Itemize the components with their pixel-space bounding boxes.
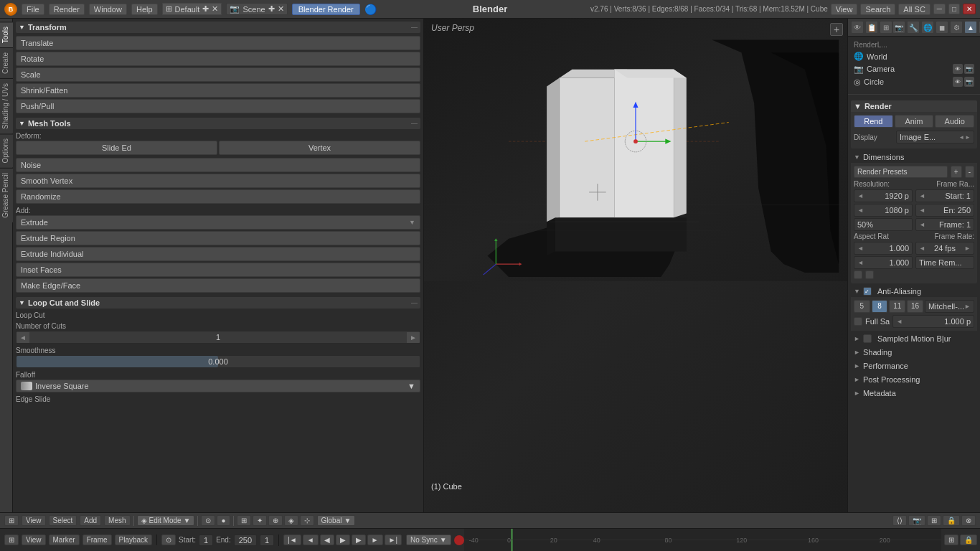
timeline-playback-btn[interactable]: Playback: [115, 534, 153, 545]
all-btn[interactable]: All SC: [898, 4, 930, 15]
render-presets-minus[interactable]: -: [965, 166, 974, 178]
randomize-btn[interactable]: Randomize: [16, 189, 420, 204]
shade-solid[interactable]: ●: [217, 515, 230, 526]
res-pct-field[interactable]: 50%: [854, 218, 913, 231]
extra-btn3[interactable]: ⊞: [927, 515, 941, 526]
post-processing-header[interactable]: ► Post Processing: [851, 374, 977, 385]
close-btn[interactable]: ✕: [963, 4, 976, 14]
options-tab[interactable]: Options: [0, 133, 13, 167]
view-menu-btn[interactable]: View: [22, 515, 46, 526]
prop-icon-outliner[interactable]: 📋: [865, 21, 878, 34]
prop-icon-render[interactable]: 🔧: [907, 21, 920, 34]
transform-header[interactable]: ▼ Transform —: [16, 22, 420, 33]
extrude-region-btn[interactable]: Extrude Region: [16, 231, 420, 245]
square-cb2[interactable]: [865, 270, 874, 279]
aspect-x-field[interactable]: ◄ 1.000: [854, 242, 913, 255]
tree-item-world[interactable]: 🌐 World: [851, 50, 977, 62]
translate-btn[interactable]: Translate: [16, 36, 420, 50]
scale-btn[interactable]: Scale: [16, 67, 420, 82]
aspect-y-field[interactable]: ◄ 1.000: [854, 256, 913, 269]
render-tab-rend[interactable]: Rend: [854, 115, 893, 128]
prop-icon-layout[interactable]: ⊞: [880, 21, 892, 34]
falloff-selector[interactable]: Inverse Square ▼: [16, 380, 420, 392]
prop-icon-mesh[interactable]: ▲: [964, 21, 977, 34]
full-sa-cb[interactable]: [854, 317, 862, 326]
extra-btn4[interactable]: 🔒: [943, 515, 960, 526]
aa-filter-field[interactable]: Mitchell-... ►: [925, 300, 974, 313]
step-fwd-btn[interactable]: ▶: [352, 534, 366, 545]
make-edge-face-btn[interactable]: Make Edge/Face: [16, 278, 420, 293]
global-selector[interactable]: Global ▼: [317, 515, 356, 526]
search-btn[interactable]: Search: [860, 4, 895, 15]
tools-tab[interactable]: Tools: [0, 22, 13, 47]
minimize-btn[interactable]: ─: [933, 4, 946, 14]
aa-8[interactable]: 8: [872, 300, 888, 313]
smooth-vertex-btn[interactable]: Smooth Vertex: [16, 174, 420, 188]
prop-icon-camera[interactable]: 📷: [892, 21, 905, 34]
viewport[interactable]: User Persp + (1) Cube: [424, 19, 847, 512]
display-next[interactable]: ►: [965, 134, 971, 141]
num-cuts-increase[interactable]: ►: [407, 332, 420, 343]
rotate-btn[interactable]: Rotate: [16, 52, 420, 66]
pivot-btn[interactable]: ◈: [284, 515, 298, 526]
overlay-btn[interactable]: ⊞: [237, 515, 251, 526]
add-menu-btn[interactable]: Add: [80, 515, 101, 526]
jump-end-btn[interactable]: ►|: [385, 534, 402, 545]
sampled-motion-checkbox[interactable]: [863, 334, 872, 343]
loop-cut-header[interactable]: ▼ Loop Cut and Slide —: [16, 297, 420, 309]
timeline-right-btn2[interactable]: 🔒: [960, 534, 977, 545]
frame-start-field[interactable]: ◄ Start: 1: [915, 189, 974, 202]
frame-current-field[interactable]: ◄ Frame: 1: [915, 218, 974, 231]
extra-btn1[interactable]: ⟨⟩: [892, 515, 907, 526]
aa-11[interactable]: 11: [889, 300, 905, 313]
timeline-view-btn[interactable]: View: [22, 534, 46, 545]
timeline-right-btn1[interactable]: ⊞: [944, 534, 958, 545]
noise-btn[interactable]: Noise: [16, 158, 420, 172]
circle-vis-render[interactable]: 📷: [964, 77, 974, 87]
timeline-ruler-area[interactable]: -40 0 20 40 80 120 160 200: [464, 529, 941, 551]
fps-field[interactable]: ◄ 24 fps ►: [915, 242, 974, 255]
render-tab-audio[interactable]: Audio: [935, 115, 974, 128]
snap-btn[interactable]: ✦: [253, 515, 267, 526]
square-cb[interactable]: [854, 270, 862, 279]
help-menu[interactable]: Help: [131, 4, 158, 15]
render-presets-btn[interactable]: Render Presets: [854, 166, 948, 178]
step-back-btn[interactable]: ◀: [320, 534, 334, 545]
circle-vis-eye[interactable]: 👁: [953, 77, 963, 87]
shade-wire[interactable]: ⊙: [201, 515, 215, 526]
proportional-btn[interactable]: ⊕: [268, 515, 283, 526]
display-value[interactable]: Image E... ◄ ►: [896, 131, 974, 143]
inset-faces-btn[interactable]: Inset Faces: [16, 263, 420, 277]
tree-item-camera[interactable]: 📷 Camera 👁 📷: [851, 62, 977, 75]
shading-tab[interactable]: Shading / UVs: [0, 78, 13, 133]
prop-icon-object[interactable]: ⚙: [950, 21, 963, 34]
num-cuts-decrease[interactable]: ◄: [17, 332, 29, 343]
record-btn[interactable]: [454, 535, 464, 545]
aa-header[interactable]: ▼ ✓ Anti-Aliasing: [851, 286, 977, 297]
vertex-btn[interactable]: Vertex: [219, 141, 420, 155]
num-cuts-value[interactable]: 1: [29, 331, 407, 343]
display-prev[interactable]: ◄: [958, 134, 964, 141]
blender-logo[interactable]: B: [4, 3, 17, 16]
shrink-fatten-btn[interactable]: Shrink/Fatten: [16, 83, 420, 98]
timeline-icon[interactable]: ⊞: [4, 534, 19, 545]
render-section-header[interactable]: ▼ Render: [851, 100, 977, 112]
mesh-menu-btn[interactable]: Mesh: [104, 515, 130, 526]
aa-checkbox[interactable]: ✓: [863, 287, 872, 296]
camera-vis-eye[interactable]: 👁: [953, 64, 963, 74]
sampled-motion-header[interactable]: ► Sampled Motion B|ur: [851, 333, 977, 344]
render-tab-anim[interactable]: Anim: [895, 115, 934, 128]
viewport-add-btn[interactable]: +: [830, 23, 843, 36]
push-pull-btn[interactable]: Push/Pull: [16, 99, 420, 113]
extra-btn5[interactable]: ⊗: [961, 515, 976, 526]
frame-end-field[interactable]: ◄ En: 250: [915, 204, 974, 217]
aa-5[interactable]: 5: [854, 300, 870, 313]
end-frame-field[interactable]: 250: [234, 534, 257, 546]
res-y-field[interactable]: ◄ 1080 p: [854, 204, 913, 217]
performance-header[interactable]: ► Performance: [851, 360, 977, 372]
render-presets-plus[interactable]: +: [951, 166, 962, 178]
prop-icon-scene[interactable]: 🌐: [921, 21, 934, 34]
bottom-view-btn[interactable]: ⊞: [4, 515, 19, 526]
extrude-dropdown[interactable]: Extrude ▼: [16, 215, 420, 230]
extra-btn2[interactable]: 📷: [908, 515, 925, 526]
